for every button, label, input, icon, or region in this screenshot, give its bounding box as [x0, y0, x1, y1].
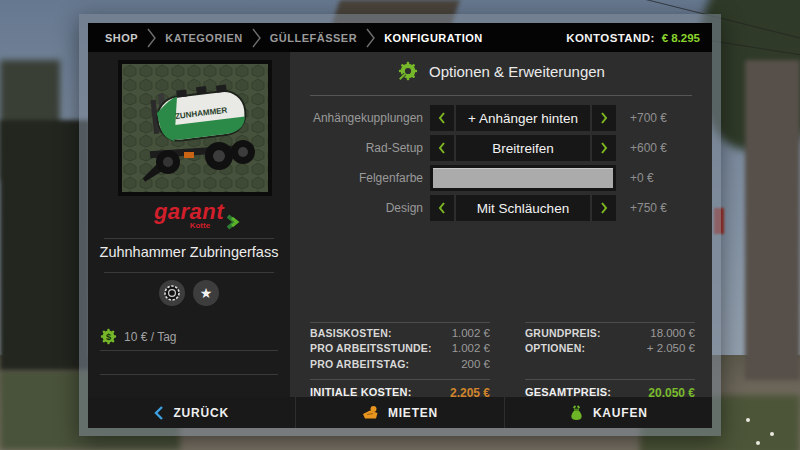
config-header: Optionen & Erweiterungen: [290, 60, 712, 82]
rent-hand-money-icon: [362, 405, 379, 420]
rim-color-picker[interactable]: [430, 165, 616, 191]
cost-label: PRO ARBEITSTAG:: [310, 358, 409, 370]
divider: [310, 95, 692, 96]
option-row-design: Design Mit Schläuchen +750 €: [290, 195, 667, 221]
breadcrumb-item-shop[interactable]: SHOP: [105, 32, 138, 44]
option-label: Design: [290, 201, 430, 215]
back-button[interactable]: ZURÜCK: [88, 397, 295, 428]
flower: [746, 418, 750, 422]
cost-row: PRO ARBEITSSTUNDE: 1.002 €: [310, 342, 490, 354]
chevron-right-icon: [600, 112, 608, 124]
vehicle-name: Zuhnhammer Zubringerfass: [88, 244, 290, 260]
cost-value: 200 €: [461, 358, 490, 370]
option-label: Anhängekupplungen: [290, 111, 430, 125]
product-panel: ZUNHAMMER garant: [88, 52, 290, 397]
balance-value: € 8.295: [662, 32, 700, 44]
buy-money-bag-icon: [569, 405, 584, 421]
chevron-left-icon: [438, 142, 446, 154]
lease-rate: $ 10 € / Tag: [100, 328, 177, 345]
account-balance: KONTOSTAND: € 8.295: [566, 32, 712, 44]
option-price: +700 €: [630, 111, 667, 125]
operating-costs: BASISKOSTEN: 1.002 € PRO ARBEITSSTUNDE: …: [310, 322, 490, 400]
option-label: Rad-Setup: [290, 141, 430, 155]
selector-next-button[interactable]: [592, 105, 616, 131]
selector-value: + Anhänger hinten: [456, 105, 590, 131]
tree-trunk: [745, 60, 800, 380]
breadcrumb-item-konfiguration: KONFIGURATION: [384, 32, 483, 44]
cost-row: BASISKOSTEN: 1.002 €: [310, 327, 490, 339]
brand-arrow-icon: [226, 214, 240, 234]
breadcrumb-item-kategorien[interactable]: KATEGORIEN: [165, 32, 243, 44]
selector-value: Mit Schläuchen: [456, 195, 590, 221]
divider: [104, 272, 274, 273]
cost-label: PRO ARBEITSSTUNDE:: [310, 342, 432, 354]
dialog-body: ZUNHAMMER garant: [88, 52, 712, 426]
cost-label: GRUNDPREIS:: [525, 327, 601, 339]
selector-next-button[interactable]: [592, 195, 616, 221]
buy-button-label: KAUFEN: [593, 406, 648, 420]
rent-button[interactable]: MIETEN: [295, 397, 503, 428]
tire-icon: [163, 284, 181, 302]
divider: [310, 379, 490, 380]
option-price: +600 €: [630, 141, 667, 155]
brand-logo: garant Kotte: [88, 202, 290, 232]
tire-badge: [159, 280, 185, 306]
lease-cost-icon: $: [100, 328, 117, 345]
svg-text:$: $: [106, 332, 112, 342]
cost-value: 18.000 €: [650, 327, 695, 339]
chevron-left-icon: [438, 112, 446, 124]
breadcrumb-bar: SHOP KATEGORIEN GÜLLEFÄSSER KONFIGURATIO…: [88, 23, 712, 52]
breadcrumb-item-guellefaesser[interactable]: GÜLLEFÄSSER: [270, 32, 357, 44]
breadcrumb: SHOP KATEGORIEN GÜLLEFÄSSER KONFIGURATIO…: [88, 28, 483, 48]
selector-next-button[interactable]: [592, 135, 616, 161]
buy-button[interactable]: KAUFEN: [504, 397, 712, 428]
screenshot-stage: SHOP KATEGORIEN GÜLLEFÄSSER KONFIGURATIO…: [0, 0, 800, 450]
purchase-costs: GRUNDPREIS: 18.000 € OPTIONEN: + 2.050 €…: [525, 322, 695, 400]
divider: [100, 374, 278, 375]
option-selector: + Anhänger hinten: [430, 105, 616, 131]
chevron-left-icon: [438, 202, 446, 214]
slurry-tanker-illustration: ZUNHAMMER: [122, 64, 268, 192]
cost-label: BASISKOSTEN:: [310, 327, 392, 339]
selector-prev-button[interactable]: [430, 135, 454, 161]
breadcrumb-chevron-icon: [147, 28, 156, 48]
rim-color-swatch: [433, 168, 613, 188]
option-price: +750 €: [630, 201, 667, 215]
back-button-label: ZURÜCK: [173, 406, 228, 420]
cost-row: GRUNDPREIS: 18.000 €: [525, 327, 695, 339]
brand-name: garant: [154, 202, 224, 222]
shop-config-dialog: SHOP KATEGORIEN GÜLLEFÄSSER KONFIGURATIO…: [88, 23, 712, 428]
lease-rate-value: 10 € / Tag: [124, 330, 177, 344]
footer-bar: ZURÜCK MIETEN KAUFEN: [88, 397, 712, 428]
star-badge: ★: [193, 280, 219, 306]
cost-value: 1.002 €: [452, 327, 490, 339]
cost-row: OPTIONEN: + 2.050 €: [525, 342, 695, 354]
balance-label: KONTOSTAND:: [566, 32, 654, 44]
spec-badges: ★: [88, 280, 290, 306]
building-silhouette: [0, 120, 90, 370]
options-gear-wrench-icon: [397, 60, 419, 82]
divider: [525, 322, 695, 323]
star-icon: ★: [200, 286, 213, 300]
cost-value: 1.002 €: [452, 342, 490, 354]
breadcrumb-chevron-icon: [252, 28, 261, 48]
configuration-panel: Optionen & Erweiterungen Anhängekupplung…: [290, 52, 712, 397]
flower: [770, 432, 774, 436]
selector-prev-button[interactable]: [430, 195, 454, 221]
option-price: +0 €: [630, 171, 654, 185]
selector-value: Breitreifen: [456, 135, 590, 161]
config-title: Optionen & Erweiterungen: [429, 63, 605, 80]
breadcrumb-chevron-icon: [366, 28, 375, 48]
option-row-anhaengekupplungen: Anhängekupplungen + Anhänger hinten +700…: [290, 105, 667, 131]
option-row-rad-setup: Rad-Setup Breitreifen +600 €: [290, 135, 667, 161]
divider: [100, 350, 278, 351]
divider: [104, 238, 274, 239]
selector-prev-button[interactable]: [430, 105, 454, 131]
option-selector: Breitreifen: [430, 135, 616, 161]
option-row-felgenfarbe: Felgenfarbe +0 €: [290, 165, 654, 191]
option-selector: Mit Schläuchen: [430, 195, 616, 221]
rent-button-label: MIETEN: [388, 406, 438, 420]
chevron-right-icon: [600, 142, 608, 154]
option-label: Felgenfarbe: [290, 171, 430, 185]
chevron-right-icon: [600, 202, 608, 214]
